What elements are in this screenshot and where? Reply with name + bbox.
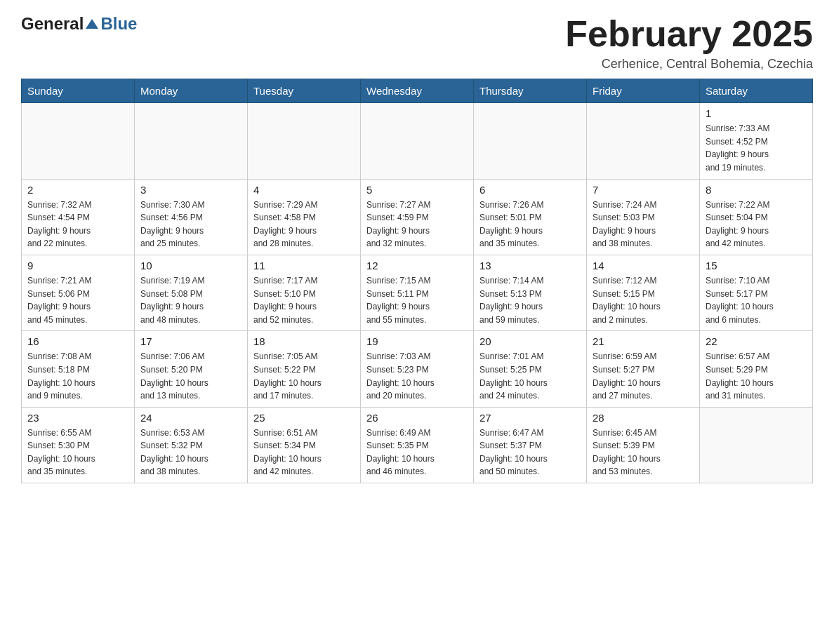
day-number: 12 [366,260,468,271]
calendar-cell: 1Sunrise: 7:33 AM Sunset: 4:52 PM Daylig… [700,103,813,179]
day-number: 3 [140,184,241,196]
day-number: 5 [366,184,468,196]
day-number: 9 [27,260,128,271]
location-subtitle: Cerhenice, Central Bohemia, Czechia [565,57,813,72]
calendar-cell: 7Sunrise: 7:24 AM Sunset: 5:03 PM Daylig… [587,179,700,255]
calendar-cell: 17Sunrise: 7:06 AM Sunset: 5:20 PM Dayli… [135,331,248,407]
day-number: 8 [706,184,807,196]
page-header: General Blue February 2025 Cerhenice, Ce… [21,14,813,72]
day-info: Sunrise: 7:15 AM Sunset: 5:11 PM Dayligh… [366,274,468,326]
calendar-cell: 27Sunrise: 6:47 AM Sunset: 5:37 PM Dayli… [474,407,587,483]
calendar-cell: 25Sunrise: 6:51 AM Sunset: 5:34 PM Dayli… [248,407,361,483]
calendar-cell: 20Sunrise: 7:01 AM Sunset: 5:25 PM Dayli… [474,331,587,407]
svg-marker-0 [86,19,98,29]
calendar-cell: 15Sunrise: 7:10 AM Sunset: 5:17 PM Dayli… [700,255,813,330]
calendar-cell: 24Sunrise: 6:53 AM Sunset: 5:32 PM Dayli… [135,407,248,483]
day-number: 17 [140,335,241,347]
day-info: Sunrise: 7:03 AM Sunset: 5:23 PM Dayligh… [366,350,468,402]
calendar-cell: 18Sunrise: 7:05 AM Sunset: 5:22 PM Dayli… [248,331,361,407]
calendar-cell: 6Sunrise: 7:26 AM Sunset: 5:01 PM Daylig… [474,179,587,255]
day-info: Sunrise: 7:17 AM Sunset: 5:10 PM Dayligh… [253,274,355,326]
logo-triangle-icon [84,16,100,32]
calendar-cell: 28Sunrise: 6:45 AM Sunset: 5:39 PM Dayli… [587,407,700,483]
day-info: Sunrise: 7:30 AM Sunset: 4:56 PM Dayligh… [140,199,241,250]
day-number: 14 [593,260,694,271]
header-saturday: Saturday [700,79,813,103]
day-info: Sunrise: 7:26 AM Sunset: 5:01 PM Dayligh… [479,199,581,250]
calendar-week-row: 16Sunrise: 7:08 AM Sunset: 5:18 PM Dayli… [22,331,813,407]
header-sunday: Sunday [22,79,135,103]
title-area: February 2025 Cerhenice, Central Bohemia… [565,14,813,72]
day-info: Sunrise: 6:57 AM Sunset: 5:29 PM Dayligh… [706,350,807,402]
calendar-cell [587,103,700,179]
day-info: Sunrise: 7:27 AM Sunset: 4:59 PM Dayligh… [366,199,468,250]
day-number: 10 [140,260,241,271]
calendar-cell: 21Sunrise: 6:59 AM Sunset: 5:27 PM Dayli… [587,331,700,407]
calendar-cell: 13Sunrise: 7:14 AM Sunset: 5:13 PM Dayli… [474,255,587,330]
day-info: Sunrise: 7:14 AM Sunset: 5:13 PM Dayligh… [479,274,581,326]
calendar-week-row: 2Sunrise: 7:32 AM Sunset: 4:54 PM Daylig… [22,179,813,255]
calendar-cell: 3Sunrise: 7:30 AM Sunset: 4:56 PM Daylig… [135,179,248,255]
calendar-cell: 4Sunrise: 7:29 AM Sunset: 4:58 PM Daylig… [248,179,361,255]
calendar-week-row: 23Sunrise: 6:55 AM Sunset: 5:30 PM Dayli… [22,407,813,483]
calendar-cell: 11Sunrise: 7:17 AM Sunset: 5:10 PM Dayli… [248,255,361,330]
day-info: Sunrise: 7:10 AM Sunset: 5:17 PM Dayligh… [706,274,807,326]
day-info: Sunrise: 7:29 AM Sunset: 4:58 PM Dayligh… [253,199,355,250]
calendar-cell [22,103,135,179]
day-info: Sunrise: 6:53 AM Sunset: 5:32 PM Dayligh… [140,427,241,478]
day-info: Sunrise: 6:59 AM Sunset: 5:27 PM Dayligh… [593,350,694,402]
day-number: 22 [706,335,807,347]
header-tuesday: Tuesday [248,79,361,103]
logo-general-text: General [21,14,84,34]
day-number: 24 [140,412,241,424]
day-number: 19 [366,335,468,347]
day-number: 6 [479,184,581,196]
day-number: 21 [593,335,694,347]
day-info: Sunrise: 6:55 AM Sunset: 5:30 PM Dayligh… [27,427,128,478]
day-info: Sunrise: 6:45 AM Sunset: 5:39 PM Dayligh… [593,427,694,478]
calendar-table: Sunday Monday Tuesday Wednesday Thursday… [21,79,813,483]
header-monday: Monday [135,79,248,103]
logo-blue-text: Blue [100,14,137,34]
calendar-cell [474,103,587,179]
day-number: 27 [479,412,581,424]
day-info: Sunrise: 6:51 AM Sunset: 5:34 PM Dayligh… [253,427,355,478]
day-number: 15 [706,260,807,271]
calendar-cell [248,103,361,179]
day-info: Sunrise: 7:22 AM Sunset: 5:04 PM Dayligh… [706,199,807,250]
day-number: 2 [27,184,128,196]
day-info: Sunrise: 7:06 AM Sunset: 5:20 PM Dayligh… [140,350,241,402]
month-title: February 2025 [565,14,813,54]
day-info: Sunrise: 7:32 AM Sunset: 4:54 PM Dayligh… [27,199,128,250]
day-number: 1 [706,107,807,119]
header-friday: Friday [587,79,700,103]
calendar-cell [361,103,474,179]
day-number: 20 [479,335,581,347]
calendar-cell: 12Sunrise: 7:15 AM Sunset: 5:11 PM Dayli… [361,255,474,330]
day-info: Sunrise: 6:47 AM Sunset: 5:37 PM Dayligh… [479,427,581,478]
calendar-week-row: 1Sunrise: 7:33 AM Sunset: 4:52 PM Daylig… [22,103,813,179]
day-number: 16 [27,335,128,347]
calendar-cell: 23Sunrise: 6:55 AM Sunset: 5:30 PM Dayli… [22,407,135,483]
day-info: Sunrise: 7:33 AM Sunset: 4:52 PM Dayligh… [706,122,807,174]
day-number: 25 [253,412,355,424]
header-thursday: Thursday [474,79,587,103]
calendar-cell: 9Sunrise: 7:21 AM Sunset: 5:06 PM Daylig… [22,255,135,330]
calendar-cell: 8Sunrise: 7:22 AM Sunset: 5:04 PM Daylig… [700,179,813,255]
day-number: 11 [253,260,355,271]
day-info: Sunrise: 7:01 AM Sunset: 5:25 PM Dayligh… [479,350,581,402]
day-number: 28 [593,412,694,424]
day-number: 26 [366,412,468,424]
weekday-header-row: Sunday Monday Tuesday Wednesday Thursday… [22,79,813,103]
day-number: 18 [253,335,355,347]
day-info: Sunrise: 6:49 AM Sunset: 5:35 PM Dayligh… [366,427,468,478]
calendar-cell: 2Sunrise: 7:32 AM Sunset: 4:54 PM Daylig… [22,179,135,255]
calendar-cell: 5Sunrise: 7:27 AM Sunset: 4:59 PM Daylig… [361,179,474,255]
day-info: Sunrise: 7:21 AM Sunset: 5:06 PM Dayligh… [27,274,128,326]
day-number: 23 [27,412,128,424]
calendar-cell: 19Sunrise: 7:03 AM Sunset: 5:23 PM Dayli… [361,331,474,407]
day-info: Sunrise: 7:05 AM Sunset: 5:22 PM Dayligh… [253,350,355,402]
day-number: 7 [593,184,694,196]
day-number: 4 [253,184,355,196]
header-wednesday: Wednesday [361,79,474,103]
